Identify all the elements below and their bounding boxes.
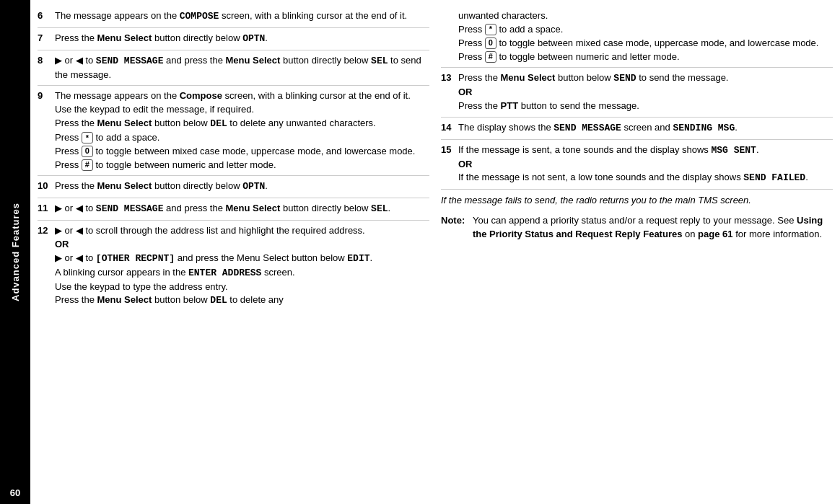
step-body-8: ▶ or ◀ to SEND MESSAGE and press the Men… xyxy=(55,54,429,82)
sel-label-11: SEL xyxy=(371,203,388,214)
step-body-cont: unwanted characters. Press * to add a sp… xyxy=(458,9,833,63)
ptt-bold-13: PTT xyxy=(501,100,519,111)
send-message-label-11: SEND MESSAGE xyxy=(96,203,164,214)
step-body-15: If the message is sent, a tone sounds an… xyxy=(458,143,833,186)
step-body-10: Press the Menu Select button directly be… xyxy=(55,180,429,194)
right-column: unwanted characters. Press * to add a sp… xyxy=(441,6,833,498)
compose-bold-9: Compose xyxy=(180,90,222,101)
step-body-9: The message appears on the Compose scree… xyxy=(55,89,429,172)
send-label-13: SEND xyxy=(613,73,636,84)
step-num-7: 7 xyxy=(38,32,51,46)
edit-label: EDIT xyxy=(347,253,369,264)
note-page-bold: page 61 xyxy=(698,229,732,239)
note-body: You can append a priority status and/or … xyxy=(473,214,833,242)
menu-select-bold-10: Menu Select xyxy=(97,180,152,191)
main-content: 6 The message appears on the COMPOSE scr… xyxy=(30,0,840,504)
sidebar: Advanced Features 60 xyxy=(0,0,30,504)
send-message-label-14: SEND MESSAGE xyxy=(554,123,621,133)
left-column: 6 The message appears on the COMPOSE scr… xyxy=(38,6,429,498)
page-number: 60 xyxy=(0,487,30,498)
key-0-9: 0 xyxy=(82,146,93,157)
step-num-15: 15 xyxy=(441,143,454,186)
step-8: 8 ▶ or ◀ to SEND MESSAGE and press the M… xyxy=(38,50,429,87)
step-15: 15 If the message is sent, a tone sounds… xyxy=(441,140,833,190)
optn-label-7: OPTN xyxy=(242,33,265,44)
key-hash-cont: # xyxy=(485,51,496,63)
menu-select-bold-7: Menu Select xyxy=(97,32,152,43)
menu-select-bold-13: Menu Select xyxy=(501,72,556,83)
key-0-cont: 0 xyxy=(485,37,496,49)
or-line-15: OR xyxy=(458,159,473,169)
other-recpnt-label: [OTHER RECPNT] xyxy=(96,253,175,264)
send-failed-label: SEND FAILED xyxy=(743,172,805,183)
msg-sent-label: MSG SENT xyxy=(712,145,756,156)
step-13: 13 Press the Menu Select button below SE… xyxy=(441,68,833,118)
menu-select-bold-8: Menu Select xyxy=(225,55,280,66)
step-body-11: ▶ or ◀ to SEND MESSAGE and press the Men… xyxy=(55,202,429,216)
menu-select-bold-11: Menu Select xyxy=(225,203,280,213)
step-num-cont xyxy=(441,9,454,63)
or-line-12: OR xyxy=(55,239,69,249)
del-label-12: DEL xyxy=(210,295,227,306)
key-hash-9: # xyxy=(82,159,93,171)
or-line-13: OR xyxy=(458,87,473,97)
step-num-10: 10 xyxy=(38,180,51,194)
note-bold-text: Using the Priority Status and Request Re… xyxy=(473,215,823,239)
del-label-9: DEL xyxy=(210,118,227,129)
step-9: 9 The message appears on the Compose scr… xyxy=(38,86,429,176)
enter-address-label: ENTER ADDRESS xyxy=(188,268,261,278)
send-message-label-8: SEND MESSAGE xyxy=(96,56,164,66)
menu-select-bold-12: Menu Select xyxy=(97,294,152,305)
step-num-12: 12 xyxy=(38,224,51,308)
step-num-11: 11 xyxy=(38,202,51,216)
sidebar-label: Advanced Features xyxy=(10,203,21,301)
step-num-13: 13 xyxy=(441,71,454,113)
step-body-6: The message appears on the COMPOSE scree… xyxy=(55,9,429,24)
step-num-6: 6 xyxy=(38,9,51,24)
step-num-14: 14 xyxy=(441,121,454,136)
step-12: 12 ▶ or ◀ to scroll through the address … xyxy=(38,221,429,311)
step-body-13: Press the Menu Select button below SEND … xyxy=(458,71,833,113)
optn-label-10: OPTN xyxy=(242,181,265,192)
menu-select-bold-9: Menu Select xyxy=(97,118,152,128)
step-14: 14 The display shows the SEND MESSAGE sc… xyxy=(441,118,833,140)
italic-note-text: If the message fails to send, the radio … xyxy=(441,195,751,205)
step-11: 11 ▶ or ◀ to SEND MESSAGE and press the … xyxy=(38,198,429,221)
note-label: Note: xyxy=(441,214,468,242)
compose-label: COMPOSE xyxy=(180,11,219,22)
sel-label-8: SEL xyxy=(371,56,388,66)
sending-msg-label: SENDING MSG xyxy=(673,123,735,133)
note-section: Note: You can append a priority status a… xyxy=(441,211,833,244)
step-body-7: Press the Menu Select button directly be… xyxy=(55,32,429,46)
step-6: 6 The message appears on the COMPOSE scr… xyxy=(38,6,429,28)
key-star-9: * xyxy=(82,132,93,143)
italic-note-section: If the message fails to send, the radio … xyxy=(441,190,833,211)
key-star-cont: * xyxy=(485,24,496,35)
step-body-14: The display shows the SEND MESSAGE scree… xyxy=(458,121,833,136)
step-7: 7 Press the Menu Select button directly … xyxy=(38,28,429,50)
step-num-9: 9 xyxy=(38,89,51,172)
step-12-continuation: unwanted characters. Press * to add a sp… xyxy=(441,6,833,68)
step-body-12: ▶ or ◀ to scroll through the address lis… xyxy=(55,224,429,308)
step-10: 10 Press the Menu Select button directly… xyxy=(38,176,429,198)
step-num-8: 8 xyxy=(38,54,51,82)
